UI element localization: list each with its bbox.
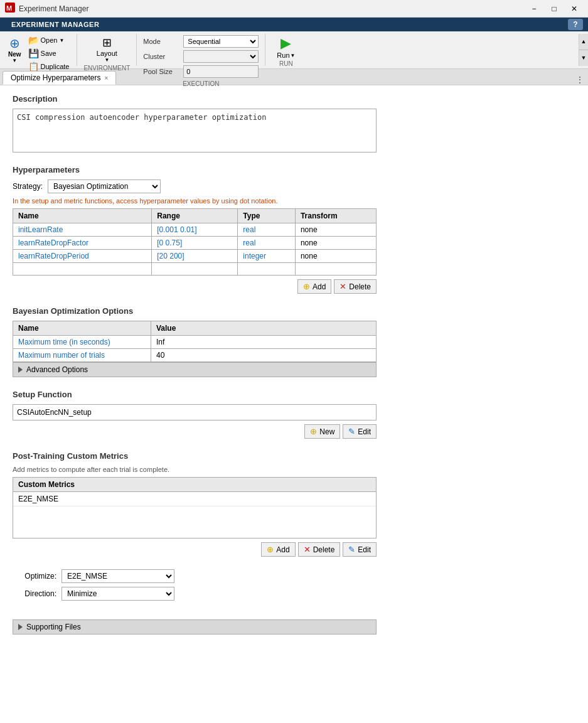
table-row: learnRateDropPeriod [20 200] integer non… (13, 250, 377, 263)
custom-metrics-title: Post-Training Custom Metrics (13, 451, 575, 461)
list-item: Maximum time (in seconds) Inf (13, 336, 377, 349)
setup-function-section: Setup Function ⊕ New ✎ Edit (13, 390, 575, 439)
description-section: Description CSI compression autoencoder … (13, 94, 575, 153)
col-header-range: Range (152, 209, 238, 223)
option-value-0: Inf (151, 336, 377, 349)
delete-icon: ✕ (339, 282, 346, 291)
setup-function-actions: ⊕ New ✎ Edit (13, 424, 377, 439)
edit-icon: ✎ (348, 545, 355, 554)
scroll-up-btn[interactable]: ▲ (579, 34, 588, 50)
direction-select[interactable]: Minimize (61, 587, 174, 601)
setup-new-button[interactable]: ⊕ New (304, 424, 340, 439)
description-title: Description (13, 94, 575, 104)
strategy-label: Strategy: (13, 182, 43, 191)
options-col-name: Name (13, 321, 151, 336)
option-name-0[interactable]: Maximum time (in seconds) (13, 336, 151, 349)
param-name-1[interactable]: learnRateDropFactor (13, 237, 152, 250)
pool-size-row: Pool Size (143, 65, 259, 78)
hyperparameters-title: Hyperparameters (13, 165, 575, 174)
open-button[interactable]: 📂 Open ▼ (26, 34, 72, 46)
tab-close-button[interactable]: × (104, 75, 108, 82)
close-button[interactable]: ✕ (565, 2, 583, 16)
bayesian-options-section: Bayesian Optimization Options Name Value… (13, 306, 575, 377)
hyperparameters-add-button[interactable]: ⊕ Add (297, 279, 331, 294)
edit-icon: ✎ (348, 427, 355, 436)
delete-icon: ✕ (304, 545, 311, 554)
pool-size-input[interactable] (183, 65, 259, 78)
option-name-1[interactable]: Maximum number of trials (13, 349, 151, 362)
list-item[interactable]: E2E_NMSE (13, 492, 376, 506)
strategy-select[interactable]: Bayesian Optimization (48, 179, 161, 193)
description-textarea[interactable]: CSI compression autoencoder hyperparamet… (13, 109, 377, 153)
toolbar: ⊕ New ▼ 📂 Open ▼ 💾 Save 📋 Duplicate (0, 31, 588, 69)
title-bar-title: Experiment Manager (19, 4, 525, 13)
col-header-transform: Transform (295, 209, 376, 223)
metrics-header: Custom Metrics (13, 478, 376, 492)
ribbon: EXPERIMENT MANAGER ? (0, 18, 588, 31)
advanced-options-label: Advanced Options (26, 365, 88, 374)
optimize-direction-section: Optimize: E2E_NMSE Direction: Minimize (13, 569, 575, 601)
setup-function-input[interactable] (13, 404, 377, 420)
list-item: Maximum number of trials 40 (13, 349, 377, 362)
layout-button[interactable]: ⊞ Layout ▼ (94, 34, 120, 65)
metrics-delete-button[interactable]: ✕ Delete (298, 542, 341, 557)
help-button[interactable]: ? (568, 19, 583, 30)
supporting-files-label: Supporting Files (26, 623, 81, 631)
tab-options-button[interactable]: ⋮ (572, 75, 588, 85)
param-name-0[interactable]: initLearnRate (13, 223, 152, 237)
options-col-value: Value (151, 321, 377, 336)
ribbon-tab-experiment-manager[interactable]: EXPERIMENT MANAGER (5, 19, 105, 29)
custom-metrics-subtitle: Add metrics to compute after each trial … (13, 466, 575, 473)
param-type-1[interactable]: real (238, 237, 296, 250)
mode-select[interactable]: Sequential (183, 35, 259, 48)
param-range-1[interactable]: [0 0.75] (152, 237, 238, 250)
chevron-right-icon (18, 624, 23, 630)
cluster-select[interactable] (183, 50, 259, 63)
custom-metrics-section: Post-Training Custom Metrics Add metrics… (13, 451, 575, 557)
execution-group-label: EXECUTION (143, 80, 259, 87)
tab-optimize-hyperparameters[interactable]: Optimize Hyperparameters × (3, 71, 116, 85)
table-row: initLearnRate [0.001 0.01] real none (13, 223, 377, 237)
supporting-files-row[interactable]: Supporting Files (13, 619, 377, 635)
param-name-2[interactable]: learnRateDropPeriod (13, 250, 152, 263)
param-range-2[interactable]: [20 200] (152, 250, 238, 263)
add-icon: ⊕ (303, 282, 310, 291)
param-range-0[interactable]: [0.001 0.01] (152, 223, 238, 237)
param-type-0[interactable]: real (238, 223, 296, 237)
svg-text:M: M (6, 4, 12, 12)
chevron-right-icon (18, 367, 23, 373)
param-transform-1: none (295, 237, 376, 250)
direction-label: Direction: (13, 589, 56, 598)
tab-bar: Optimize Hyperparameters × ⋮ (0, 69, 588, 85)
param-type-2[interactable]: integer (238, 250, 296, 263)
scroll-down-btn[interactable]: ▼ (579, 50, 588, 66)
param-transform-0: none (295, 223, 376, 237)
cluster-row: Cluster (143, 50, 259, 63)
table-row-empty (13, 263, 377, 276)
toolbar-scroll: ▲ ▼ (579, 34, 588, 66)
options-table: Name Value Maximum time (in seconds) Inf… (13, 321, 377, 362)
advanced-options-row[interactable]: Advanced Options (13, 362, 377, 377)
optimize-row: Optimize: E2E_NMSE (13, 569, 575, 583)
table-row: learnRateDropFactor [0 0.75] real none (13, 237, 377, 250)
setup-edit-button[interactable]: ✎ Edit (343, 424, 377, 439)
setup-function-title: Setup Function (13, 390, 575, 399)
maximize-button[interactable]: □ (545, 2, 563, 16)
hyperparameters-delete-button[interactable]: ✕ Delete (334, 279, 377, 294)
hyperparameters-table: Name Range Type Transform initLearnRate … (13, 208, 377, 276)
strategy-row: Strategy: Bayesian Optimization (13, 179, 575, 193)
run-button[interactable]: ▶ Run ▼ (273, 34, 299, 60)
minimize-button[interactable]: − (525, 2, 543, 16)
save-button[interactable]: 💾 Save (26, 47, 72, 60)
col-header-type: Type (238, 209, 296, 223)
param-transform-2: none (295, 250, 376, 263)
metrics-add-button[interactable]: ⊕ Add (261, 542, 295, 557)
hyperparameters-info: In the setup and metric functions, acces… (13, 197, 575, 205)
optimize-select[interactable]: E2E_NMSE (61, 569, 174, 583)
supporting-files-section: Supporting Files (13, 619, 575, 635)
run-group-label: RUN (279, 60, 293, 67)
metrics-edit-button[interactable]: ✎ Edit (343, 542, 377, 557)
new-button[interactable]: ⊕ New ▼ (5, 34, 24, 73)
direction-row: Direction: Minimize (13, 587, 575, 601)
metrics-box: Custom Metrics E2E_NMSE (13, 477, 377, 538)
